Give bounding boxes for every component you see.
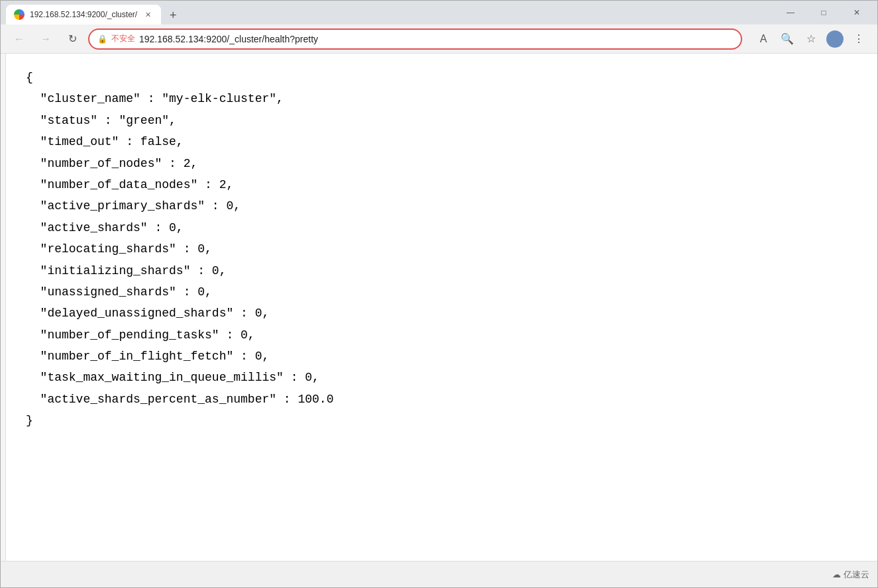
json-line: "task_max_waiting_in_queue_millis" : 0, xyxy=(26,367,857,388)
bottom-bar: ☁ 亿速云 xyxy=(1,561,877,587)
zoom-button[interactable]: 🔍 xyxy=(777,28,798,50)
translate-button[interactable]: A xyxy=(753,28,774,50)
json-line: "number_of_in_flight_fetch" : 0, xyxy=(26,346,857,367)
forward-button[interactable]: → xyxy=(35,28,56,50)
json-line: "status" : "green", xyxy=(26,110,857,131)
profile-button[interactable] xyxy=(824,28,846,50)
left-sidebar xyxy=(1,54,6,561)
json-line: "timed_out" : false, xyxy=(26,131,857,152)
close-button[interactable]: ✕ xyxy=(842,1,872,24)
address-bar[interactable]: 🔒 不安全 192.168.52.134:9200/_cluster/healt… xyxy=(88,28,742,50)
tabs-area: 192.168.52.134:9200/_cluster/ ✕ + xyxy=(6,1,775,24)
new-tab-button[interactable]: + xyxy=(164,6,182,24)
title-bar: 192.168.52.134:9200/_cluster/ ✕ + — □ ✕ xyxy=(1,1,877,24)
address-text: 192.168.52.134:9200/_cluster/health?pret… xyxy=(139,34,733,44)
main-wrapper: { "cluster_name" : "my-elk-cluster", "st… xyxy=(1,54,877,561)
refresh-button[interactable]: ↻ xyxy=(62,28,83,50)
navigation-bar: ← → ↻ 🔒 不安全 192.168.52.134:9200/_cluster… xyxy=(1,24,877,54)
json-line: "number_of_nodes" : 2, xyxy=(26,153,857,174)
json-line: "active_shards" : 0, xyxy=(26,217,857,238)
bottom-logo: ☁ 亿速云 xyxy=(832,569,869,581)
lock-icon: 🔒 xyxy=(97,34,107,44)
json-line: "relocating_shards" : 0, xyxy=(26,238,857,260)
json-line: "number_of_pending_tasks" : 0, xyxy=(26,324,857,346)
logo-text: 亿速云 xyxy=(844,569,869,581)
tab-favicon xyxy=(14,9,25,20)
insecure-label: 不安全 xyxy=(111,33,135,44)
back-button[interactable]: ← xyxy=(9,28,30,50)
json-line: "delayed_unassigned_shards" : 0, xyxy=(26,303,857,324)
user-avatar xyxy=(826,30,844,48)
logo-icon: ☁ xyxy=(832,569,841,579)
json-line: "number_of_data_nodes" : 2, xyxy=(26,174,857,195)
json-line: "active_shards_percent_as_number" : 100.… xyxy=(26,389,857,410)
minimize-button[interactable]: — xyxy=(775,1,806,24)
json-line: "active_primary_shards" : 0, xyxy=(26,195,857,217)
json-line: { xyxy=(26,67,857,88)
tab-close-button[interactable]: ✕ xyxy=(142,9,153,20)
nav-right-icons: A 🔍 ☆ ⋮ xyxy=(753,28,869,50)
content-area: { "cluster_name" : "my-elk-cluster", "st… xyxy=(6,54,877,561)
json-line: "cluster_name" : "my-elk-cluster", xyxy=(26,88,857,109)
window-controls: — □ ✕ xyxy=(775,1,872,24)
json-line: } xyxy=(26,410,857,431)
tab-title: 192.168.52.134:9200/_cluster/ xyxy=(30,10,137,19)
json-line: "initializing_shards" : 0, xyxy=(26,260,857,281)
json-line: "unassigned_shards" : 0, xyxy=(26,281,857,303)
bookmark-button[interactable]: ☆ xyxy=(800,28,822,50)
menu-button[interactable]: ⋮ xyxy=(848,28,869,50)
active-tab[interactable]: 192.168.52.134:9200/_cluster/ ✕ xyxy=(6,5,161,24)
maximize-button[interactable]: □ xyxy=(808,1,839,24)
